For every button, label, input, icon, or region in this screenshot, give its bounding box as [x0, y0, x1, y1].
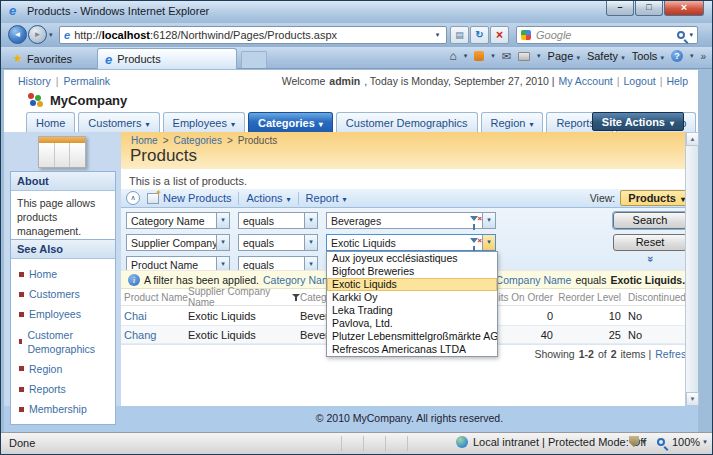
my-account-link[interactable]: My Account — [559, 75, 613, 87]
close-button[interactable] — [664, 1, 704, 16]
caret-icon — [287, 192, 291, 204]
rss-feed-icon[interactable] — [474, 51, 484, 61]
view-selector[interactable]: Products — [620, 190, 693, 206]
page-menu[interactable]: Page ▾ — [548, 50, 580, 62]
page-scrollbar[interactable] — [685, 132, 698, 406]
scroll-up-icon[interactable] — [686, 132, 699, 146]
help-link[interactable]: Help — [666, 75, 688, 87]
url-field[interactable]: http://localhost:6128/Northwind/Pages/Pr… — [59, 26, 447, 44]
breadcrumb-home-link[interactable]: Home — [131, 135, 158, 146]
new-products-button[interactable]: New Products — [147, 192, 231, 204]
dropdown-arrow-icon[interactable] — [482, 235, 495, 250]
url-dropdown-icon[interactable]: ▾ — [431, 27, 444, 43]
history-link[interactable]: History — [18, 75, 51, 87]
forward-button[interactable] — [28, 25, 47, 44]
clear-filter-icon[interactable] — [468, 235, 482, 250]
rss-caret-icon[interactable]: ▾ — [491, 52, 495, 60]
sidebar-item-home[interactable]: Home — [17, 264, 109, 284]
compatibility-view-button[interactable] — [450, 26, 469, 44]
header-discontinued[interactable]: Discontinued — [621, 292, 695, 303]
help-icon[interactable] — [671, 50, 683, 62]
dropdown-option[interactable]: Bigfoot Breweries — [327, 265, 497, 278]
recent-pages-caret-icon[interactable]: ▾ — [49, 31, 53, 39]
supplier-dropdown-list: Aux joyeux ecclésiastiques Bigfoot Brewe… — [326, 251, 498, 357]
print-icon[interactable] — [518, 52, 530, 61]
permalink-link[interactable]: Permalink — [63, 75, 110, 87]
safety-menu[interactable]: Safety ▾ — [587, 50, 625, 62]
nav-tab-customers[interactable]: Customers — [78, 112, 159, 132]
dropdown-arrow-icon[interactable] — [304, 213, 317, 228]
nav-tab-region[interactable]: Region — [481, 112, 544, 132]
sidebar-item-employees[interactable]: Employees — [17, 304, 109, 324]
home-caret-icon[interactable]: ▾ — [464, 52, 468, 60]
dropdown-arrow-icon[interactable] — [482, 213, 495, 228]
more-commands-icon[interactable] — [700, 50, 706, 62]
site-actions-button[interactable]: Site Actions — [592, 112, 684, 131]
sidebar-item-customer-demographics[interactable]: Customer Demographics — [17, 325, 109, 359]
report-menu-button[interactable]: Report — [306, 192, 347, 204]
search-box[interactable]: Google ▾ — [516, 26, 698, 44]
read-mail-icon[interactable] — [502, 50, 511, 63]
header-reorder-level[interactable]: Reorder Level — [553, 292, 621, 303]
back-button[interactable] — [8, 25, 27, 44]
nav-tab-categories[interactable]: Categories — [248, 112, 333, 132]
help-caret-icon[interactable]: ▾ — [690, 52, 694, 60]
home-icon[interactable] — [450, 49, 457, 63]
dropdown-option[interactable]: Pavlova, Ltd. — [327, 317, 497, 330]
sidebar-item-reports[interactable]: Reports — [17, 379, 109, 399]
breadcrumb-categories-link[interactable]: Categories — [174, 135, 222, 146]
zoom-control[interactable]: 100% ▾ — [657, 436, 707, 448]
product-link[interactable]: Chang — [124, 329, 156, 341]
dropdown-arrow-icon[interactable] — [304, 235, 317, 250]
product-link[interactable]: Chai — [124, 310, 147, 322]
dropdown-arrow-icon[interactable] — [216, 213, 229, 228]
clear-filter-icon[interactable] — [468, 213, 482, 228]
maximize-button[interactable] — [635, 1, 663, 16]
actions-menu-button[interactable]: Actions — [246, 192, 290, 204]
logout-link[interactable]: Logout — [624, 75, 656, 87]
search-options-caret-icon[interactable]: ▾ — [689, 31, 693, 39]
scroll-down-icon[interactable] — [686, 392, 699, 406]
search-placeholder: Google — [536, 29, 677, 41]
sidebar-item-region[interactable]: Region — [17, 359, 109, 379]
expand-filters-icon[interactable] — [645, 256, 657, 262]
list-toolbar: New Products Actions Report View: Produc… — [121, 189, 698, 208]
sidebar-item-membership[interactable]: Membership — [17, 399, 109, 419]
minimize-button[interactable] — [606, 1, 634, 16]
header-supplier[interactable]: Supplier Company Name — [188, 286, 300, 308]
dropdown-option[interactable]: Aux joyeux ecclésiastiques — [327, 252, 497, 265]
nav-tab-home[interactable]: Home — [26, 112, 75, 132]
dropdown-option-selected[interactable]: Exotic Liquids — [327, 278, 497, 291]
privacy-indicator[interactable]: ▾ — [629, 436, 646, 447]
dropdown-option[interactable]: Karkki Oy — [327, 291, 497, 304]
nav-tab-customer-demographics[interactable]: Customer Demographics — [336, 112, 478, 132]
dropdown-option[interactable]: Plutzer Lebensmittelgroßmärkte AG — [327, 330, 497, 343]
dropdown-option[interactable]: Refrescos Americanas LTDA — [327, 343, 497, 356]
security-zone[interactable]: Local intranet | Protected Mode: Off — [456, 436, 646, 448]
filter2-operator-select[interactable]: equals — [238, 234, 318, 251]
favorites-button[interactable]: Favorites — [7, 49, 78, 68]
collapse-filter-button[interactable] — [126, 191, 140, 205]
search-button[interactable]: Search — [613, 212, 687, 229]
user-bar: History | Permalink Welcome admin , Toda… — [4, 73, 698, 89]
refresh-button[interactable] — [470, 26, 489, 44]
filter2-value-combobox[interactable]: Exotic Liquids — [326, 234, 496, 251]
nav-tab-employees[interactable]: Employees — [163, 112, 245, 132]
filter1-field-select[interactable]: Category Name — [126, 212, 230, 229]
browser-tab-products[interactable]: Products — [97, 48, 237, 69]
tools-menu[interactable]: Tools ▾ — [632, 50, 664, 62]
search-icon[interactable] — [677, 31, 685, 39]
sidebar: About This page allows products manageme… — [4, 132, 121, 406]
dropdown-arrow-icon[interactable] — [216, 235, 229, 250]
filter1-operator-select[interactable]: equals — [238, 212, 318, 229]
filter1-value-combobox[interactable]: Beverages — [326, 212, 496, 229]
stop-button[interactable] — [490, 26, 509, 44]
print-caret-icon[interactable]: ▾ — [537, 52, 541, 60]
sidebar-item-customers[interactable]: Customers — [17, 284, 109, 304]
about-box: About This page allows products manageme… — [10, 171, 116, 245]
new-tab-button[interactable] — [241, 51, 267, 68]
header-product-name[interactable]: Product Name — [124, 292, 188, 303]
dropdown-option[interactable]: Leka Trading — [327, 304, 497, 317]
reset-button[interactable]: Reset — [613, 234, 687, 251]
filter2-field-select[interactable]: Supplier Company Name — [126, 234, 230, 251]
